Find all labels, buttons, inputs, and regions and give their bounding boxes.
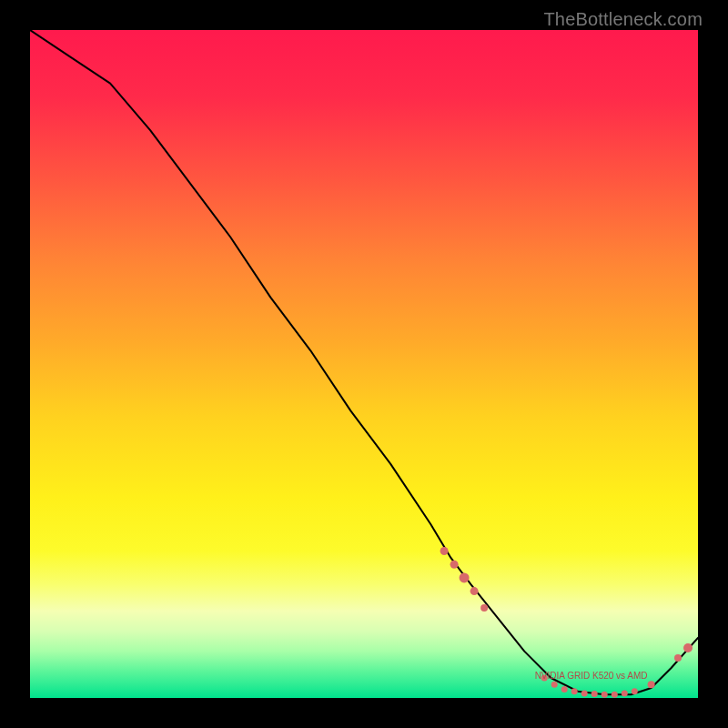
chart-root: NVIDIA GRID K520 vs AMD TheBottleneck.co… [0, 0, 728, 728]
attribution-text: TheBottleneck.com [543, 9, 703, 30]
chart-background-gradient [30, 30, 698, 698]
